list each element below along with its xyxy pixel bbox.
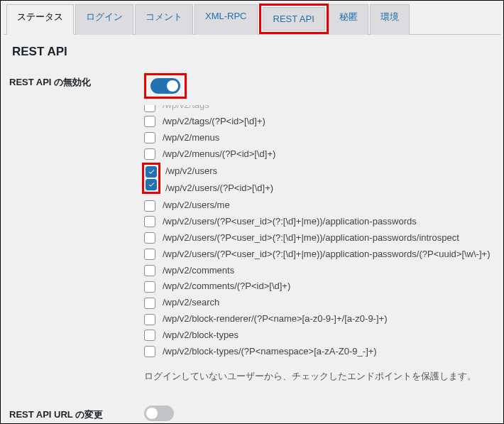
list-item: /wp/v2/block-types (144, 327, 495, 344)
endpoint-checkbox[interactable] (144, 116, 155, 127)
list-item: /wp/v2/users/(?P<user_id>(?:[\d]+|me))/a… (144, 230, 495, 246)
endpoint-checkbox[interactable] (146, 166, 157, 178)
list-item: /wp/v2/tags (144, 105, 495, 114)
tab-environment[interactable]: 環境 (370, 4, 410, 35)
list-item: /wp/v2/menus (144, 130, 495, 146)
list-item: /wp/v2/users/(?P<id>[\d]+) (165, 180, 273, 197)
endpoint-label: /wp/v2/users/(?P<user_id>(?:[\d]+|me))/a… (163, 248, 490, 261)
endpoint-checkbox[interactable] (144, 232, 155, 244)
endpoint-list: /wp/v2/tags /wp/v2/tags/(?P<id>[\d]+) /w… (144, 105, 495, 360)
endpoint-checkbox[interactable] (144, 314, 155, 325)
endpoint-checkbox[interactable] (144, 298, 155, 309)
list-item: /wp/v2/tags/(?P<id>[\d]+) (144, 114, 495, 130)
url-change-label: REST API URL の変更 (9, 406, 144, 421)
list-item: /wp/v2/comments (144, 263, 495, 279)
highlight-checkboxes (142, 163, 160, 194)
endpoint-checkbox[interactable] (144, 105, 155, 112)
endpoint-label: /wp/v2/block-renderer/(?P<name>[a-z0-9-]… (163, 312, 387, 326)
highlight-rest-tab: REST API (259, 4, 329, 34)
url-change-toggle[interactable] (144, 406, 174, 421)
list-item: /wp/v2/users/me (144, 197, 495, 214)
tab-status[interactable]: ステータス (6, 4, 74, 35)
endpoint-label: /wp/v2/tags/(?P<id>[\d]+) (163, 115, 265, 129)
endpoint-label: /wp/v2/users/(?P<id>[\d]+) (165, 182, 273, 195)
page-title: REST API (12, 45, 495, 59)
tab-comment[interactable]: コメント (135, 4, 193, 35)
endpoint-checkbox[interactable] (146, 179, 157, 190)
endpoint-label: /wp/v2/block-types/(?P<namespace>[a-zA-Z… (163, 345, 377, 359)
tab-hide[interactable]: 秘匿 (329, 4, 368, 35)
disable-rest-desc: ログインしていないユーザーから、チェックしたエンドポイントを保護します。 (144, 370, 495, 383)
endpoint-label: /wp/v2/users/(?P<user_id>(?:[\d]+|me))/a… (163, 215, 417, 229)
disable-rest-label: REST API の無効化 (9, 73, 144, 89)
endpoint-checkbox[interactable] (144, 249, 155, 260)
list-item: /wp/v2/search (144, 295, 495, 311)
endpoint-label: /wp/v2/tags (163, 105, 209, 112)
endpoint-label: /wp/v2/users (165, 165, 217, 178)
highlight-toggle (144, 73, 187, 99)
endpoint-checkbox[interactable] (144, 132, 155, 143)
endpoint-checkbox[interactable] (144, 200, 155, 212)
list-item: /wp/v2/users/(?P<user_id>(?:[\d]+|me))/a… (144, 246, 495, 263)
endpoint-checkbox[interactable] (144, 265, 155, 276)
list-item: /wp/v2/block-renderer/(?P<name>[a-z0-9-]… (144, 311, 495, 327)
endpoint-checkbox[interactable] (144, 346, 155, 357)
tab-login[interactable]: ログイン (75, 4, 133, 35)
list-item: /wp/v2/users (165, 163, 273, 180)
endpoint-label: /wp/v2/comments (163, 264, 234, 278)
list-item: /wp/v2/block-types/(?P<namespace>[a-zA-Z… (144, 344, 495, 360)
endpoint-checkbox[interactable] (144, 281, 155, 293)
endpoint-checkbox[interactable] (144, 216, 155, 227)
endpoint-label: /wp/v2/menus (163, 131, 219, 145)
tab-xmlrpc[interactable]: XML-RPC (195, 4, 258, 35)
endpoint-label: /wp/v2/menus/(?P<id>[\d]+) (163, 148, 275, 161)
endpoint-checkbox[interactable] (144, 330, 155, 341)
endpoint-label: /wp/v2/search (163, 296, 219, 310)
endpoint-checkbox[interactable] (144, 148, 155, 160)
endpoint-label: /wp/v2/users/me (163, 199, 230, 212)
tabs-bar: ステータス ログイン コメント XML-RPC REST API 秘匿 環境 (4, 4, 500, 35)
disable-rest-toggle[interactable] (150, 78, 180, 94)
list-item: /wp/v2/menus/(?P<id>[\d]+) (144, 146, 495, 163)
endpoint-label: /wp/v2/users/(?P<user_id>(?:[\d]+|me))/a… (163, 232, 459, 245)
list-item: /wp/v2/users/(?P<user_id>(?:[\d]+|me))/a… (144, 214, 495, 230)
list-item: /wp/v2/comments/(?P<id>[\d]+) (144, 278, 495, 295)
endpoint-label: /wp/v2/block-types (163, 329, 239, 342)
tab-rest-api[interactable]: REST API (263, 7, 325, 31)
endpoint-label: /wp/v2/comments/(?P<id>[\d]+) (163, 280, 290, 293)
